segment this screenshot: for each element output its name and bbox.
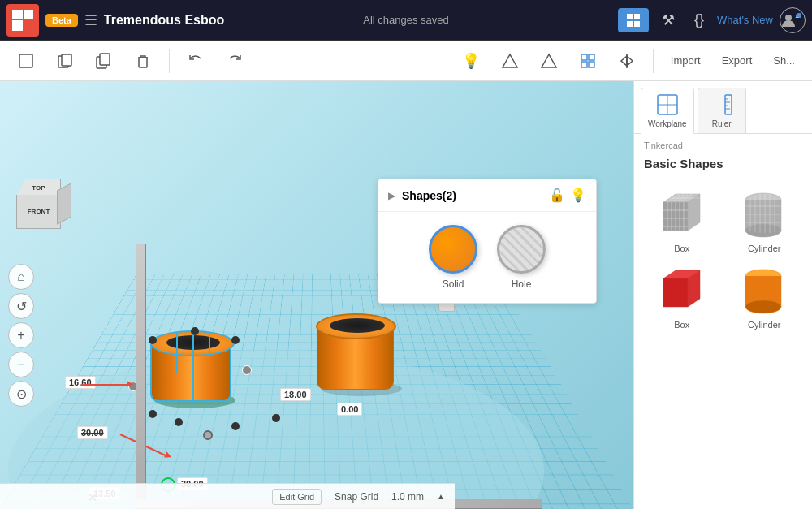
cyl-orange-card[interactable]: Cylinder	[727, 260, 803, 330]
handle-tl[interactable]	[149, 336, 157, 344]
shapes-grid: Box	[634, 177, 812, 336]
svg-rect-12	[139, 58, 147, 67]
svg-marker-14	[542, 54, 556, 67]
edit-grid-button[interactable]: Edit Grid	[272, 489, 322, 505]
eye-icon-button[interactable]: 💡	[570, 188, 586, 203]
share-button[interactable]: Sh...	[766, 49, 802, 72]
section-title: Tinkercad	[634, 134, 812, 157]
svg-rect-1	[634, 14, 640, 19]
workplane-tab[interactable]: Workplane	[641, 88, 694, 134]
duplicate-button[interactable]	[88, 46, 120, 75]
toolbar: 💡 Import Export Sh...	[0, 41, 812, 81]
box-gray-label: Box	[674, 244, 689, 253]
hole-shape-item[interactable]: Hole	[497, 225, 546, 290]
svg-text:+: +	[795, 13, 799, 18]
svg-rect-0	[627, 14, 633, 19]
workplane-label: Workplane	[648, 119, 687, 128]
workplane-icon	[656, 93, 679, 116]
redo-button[interactable]	[218, 46, 251, 75]
handle-tc[interactable]	[191, 327, 199, 335]
svg-rect-11	[100, 54, 110, 65]
svg-rect-18	[589, 62, 594, 67]
handle-tr[interactable]	[231, 336, 240, 344]
vertical-ruler	[136, 244, 146, 503]
cyl-gray-image	[732, 183, 797, 240]
shape-icon-button[interactable]	[494, 46, 526, 75]
main-layout: TOP FRONT ⌂ ↺ + − ⊙	[0, 81, 812, 509]
selected-cylinder[interactable]	[150, 341, 231, 402]
dim-arrow-1	[81, 384, 130, 386]
shapes-body: Solid Hole	[378, 212, 596, 303]
shapes-panel: ▶ Shapes(2) 🔓 💡 Solid Hole	[378, 179, 597, 304]
snap-value: 1.0 mm	[391, 491, 424, 503]
handle-br[interactable]	[231, 422, 240, 430]
new-button[interactable]	[10, 46, 42, 75]
import-button[interactable]: Import	[663, 49, 708, 72]
box-red-label: Box	[674, 320, 689, 330]
align-icon-button[interactable]	[533, 46, 565, 75]
svg-rect-17	[581, 62, 587, 67]
box-red-image	[650, 260, 715, 317]
right-panel: Workplane Ruler Tinkercad Basic Shapes	[633, 81, 812, 509]
top-nav: Beta ☰ Tremendous Esboo All changes save…	[0, 0, 812, 41]
svg-rect-16	[589, 54, 594, 60]
cyl-orange-image	[732, 260, 797, 317]
save-status: All changes saved	[363, 14, 449, 26]
hammer-icon-button[interactable]: ⚒	[655, 6, 681, 34]
svg-point-68	[745, 300, 781, 313]
ruler-label: Ruler	[712, 119, 732, 128]
solid-label: Solid	[443, 278, 464, 290]
svg-rect-26	[725, 95, 732, 114]
user-avatar[interactable]: +	[780, 7, 806, 33]
svg-rect-15	[581, 54, 587, 60]
section-name: Basic Shapes	[634, 157, 812, 177]
mirror-icon-button[interactable]	[611, 46, 643, 75]
svg-point-4	[785, 15, 792, 21]
undo-button[interactable]	[179, 46, 212, 75]
copy-button[interactable]	[49, 46, 81, 75]
box-gray-card[interactable]: Box	[644, 183, 720, 253]
toolbar-separator-1	[169, 49, 170, 73]
svg-rect-7	[19, 54, 32, 67]
snap-grid-label: Snap Grid	[335, 491, 378, 503]
status-bar: Edit Grid Snap Grid 1.0 mm ▲	[0, 483, 455, 509]
code-icon-button[interactable]: {}	[688, 6, 710, 33]
cyl-orange-label: Cylinder	[748, 320, 780, 330]
lock-icon-button[interactable]: 🔓	[549, 188, 565, 203]
handle-bc[interactable]	[175, 418, 183, 426]
second-cylinder[interactable]	[317, 325, 394, 390]
svg-rect-9	[62, 54, 71, 66]
export-button[interactable]: Export	[715, 49, 760, 72]
project-name: Tremendous Esboo	[104, 13, 611, 28]
solid-shape-item[interactable]: Solid	[429, 225, 477, 290]
hole-circle[interactable]	[497, 225, 546, 274]
toolbar-separator-2	[653, 49, 654, 73]
svg-point-51	[745, 224, 781, 237]
cyl-gray-card[interactable]: Cylinder	[727, 183, 803, 253]
snap-arrow-button[interactable]: ▲	[437, 492, 445, 501]
light-icon-button[interactable]: 💡	[455, 46, 487, 75]
svg-marker-62	[663, 278, 688, 307]
shapes-header: ▶ Shapes(2) 🔓 💡	[378, 179, 596, 212]
group-icon-button[interactable]	[572, 46, 604, 75]
grid-view-button[interactable]	[618, 8, 649, 32]
handle-bc2[interactable]	[203, 430, 213, 440]
tinkercad-logo[interactable]	[6, 4, 39, 37]
box-red-card[interactable]: Box	[644, 260, 720, 330]
beta-badge: Beta	[45, 14, 78, 27]
whats-new-link[interactable]: What's New	[717, 14, 773, 26]
ruler-tab[interactable]: Ruler	[698, 88, 746, 133]
svg-marker-20	[621, 56, 627, 66]
viewport[interactable]: TOP FRONT ⌂ ↺ + − ⊙	[0, 81, 633, 509]
handle-br2[interactable]	[272, 414, 280, 422]
handle-mr[interactable]	[242, 365, 252, 375]
box-gray-image	[650, 183, 715, 240]
shapes-title: Shapes(2)	[402, 189, 542, 202]
handle-bl[interactable]	[149, 410, 157, 418]
shapes-chevron[interactable]: ▶	[388, 190, 395, 201]
hole-label: Hole	[512, 278, 532, 290]
delete-button[interactable]	[127, 46, 159, 75]
design-icon[interactable]: ☰	[84, 11, 97, 29]
solid-circle[interactable]	[429, 225, 477, 274]
svg-marker-21	[627, 56, 633, 66]
